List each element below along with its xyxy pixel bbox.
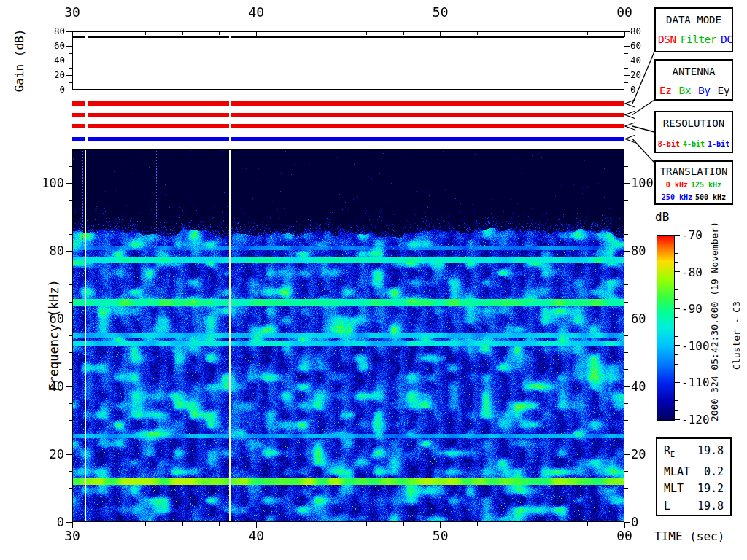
ephemeris-label: RE: [664, 443, 675, 464]
arrowhead-icon: [625, 100, 635, 107]
info-box-value-row: 0 kHz125 kHz: [656, 180, 732, 190]
axis-tick: [219, 522, 220, 526]
axis-tick: [69, 39, 72, 39]
axis-tick: [624, 302, 628, 303]
arrowhead-icon: [625, 122, 635, 130]
tick-label: 20: [35, 447, 64, 462]
tick-label: 40: [631, 379, 646, 394]
axis-tick: [624, 268, 628, 268]
axis-tick: [69, 352, 72, 353]
tick-label: 30: [64, 528, 80, 543]
axis-tick: [69, 234, 72, 235]
axis-tick: [675, 317, 678, 318]
axis-tick: [624, 75, 630, 76]
axis-tick: [66, 90, 72, 90]
axis-tick: [66, 61, 72, 61]
axis-tick: [624, 183, 630, 184]
axis-tick: [624, 46, 630, 47]
axis-tick: [366, 522, 367, 526]
ephemeris-value: 19.2: [697, 481, 724, 498]
axis-tick: [675, 327, 678, 327]
axis-tick: [624, 369, 628, 370]
axis-tick: [182, 522, 183, 526]
axis-tick: [675, 235, 680, 236]
axis-tick: [675, 308, 680, 309]
axis-tick: [624, 420, 628, 421]
tick-label: 50: [433, 4, 449, 20]
axis-tick: [624, 234, 628, 235]
ephemeris-box: RE 19.8 MLAT 0.2 MLT 19.2 L 19.8: [656, 438, 732, 516]
tick-label: 40: [36, 55, 65, 66]
axis-tick: [624, 352, 628, 353]
axis-tick: [675, 281, 678, 281]
axis-tick: [66, 31, 72, 32]
axis-tick: [69, 420, 72, 421]
axis-tick: [109, 522, 109, 526]
axis-tick: [624, 471, 628, 472]
gain-trace-segment: [72, 36, 85, 38]
translation-bar: [88, 137, 229, 141]
tick-label: 60: [630, 40, 641, 51]
gain-trace-segment: [88, 36, 229, 38]
tick-label: 20: [630, 69, 641, 80]
tick-label: 0: [630, 84, 636, 95]
axis-tick: [66, 183, 72, 184]
axis-tick: [69, 53, 72, 54]
tick-label: 100: [631, 176, 654, 190]
data-mode-bar: [72, 101, 85, 106]
axis-tick: [145, 31, 146, 35]
axis-tick: [256, 522, 257, 528]
info-item-dc: DC: [721, 34, 732, 45]
axis-tick: [675, 410, 678, 411]
axis-tick: [440, 522, 441, 528]
axis-tick: [675, 354, 678, 355]
axis-tick: [675, 419, 680, 420]
info-box-values-3: 0 kHz125 kHz250 kHz500 kHz: [656, 180, 732, 202]
axis-tick: [182, 31, 183, 35]
axis-tick: [477, 522, 478, 526]
datetime-vertical-label: 2000 324 05:42:30.000 (19 November): [709, 222, 720, 421]
axis-tick: [109, 31, 109, 35]
axis-tick: [624, 335, 628, 336]
tick-label: 0: [35, 515, 64, 529]
gain-trace-segment: [231, 36, 624, 38]
callout-line: [632, 126, 654, 132]
info-box-value-row: EzBxByEy: [656, 85, 732, 96]
gain-axis-title: Gain (dB): [12, 29, 26, 93]
axis-tick: [624, 39, 628, 39]
axis-tick: [66, 386, 72, 387]
axis-tick: [69, 505, 72, 505]
antenna-bar: [88, 113, 229, 117]
axis-tick: [72, 522, 73, 528]
resolution-bar: [88, 124, 229, 128]
axis-tick: [624, 319, 630, 319]
resolution-bar: [72, 124, 85, 128]
info-item-500-khz: 500 kHz: [695, 193, 726, 201]
info-item-bx: Bx: [678, 85, 690, 96]
axis-tick: [69, 68, 72, 69]
axis-tick: [293, 522, 293, 526]
antenna-box: ANTENNA EzBxByEy: [654, 59, 733, 101]
axis-tick: [145, 522, 146, 526]
axis-tick: [69, 166, 72, 167]
tick-label: 80: [630, 26, 641, 36]
axis-tick: [219, 31, 220, 35]
axis-tick: [69, 217, 72, 217]
axis-tick: [66, 454, 72, 455]
axis-tick: [403, 522, 404, 526]
axis-tick: [66, 319, 72, 319]
axis-tick: [675, 400, 678, 401]
axis-tick: [514, 31, 514, 35]
axis-tick: [624, 437, 628, 438]
axis-tick: [330, 522, 330, 526]
antenna-bar: [72, 113, 85, 117]
info-box-values-0: DSNFilterDC: [656, 34, 732, 45]
antenna-title: ANTENNA: [656, 66, 732, 77]
axis-tick: [69, 488, 72, 489]
axis-tick: [675, 253, 678, 254]
data-mode-box: DATA MODE DSNFilterDC: [654, 7, 733, 52]
ephemeris-value: 0.2: [704, 464, 724, 481]
info-item-1-bit: 1-bit: [708, 140, 729, 148]
info-item-dsn: DSN: [658, 34, 676, 45]
info-item-filter: Filter: [681, 34, 716, 45]
